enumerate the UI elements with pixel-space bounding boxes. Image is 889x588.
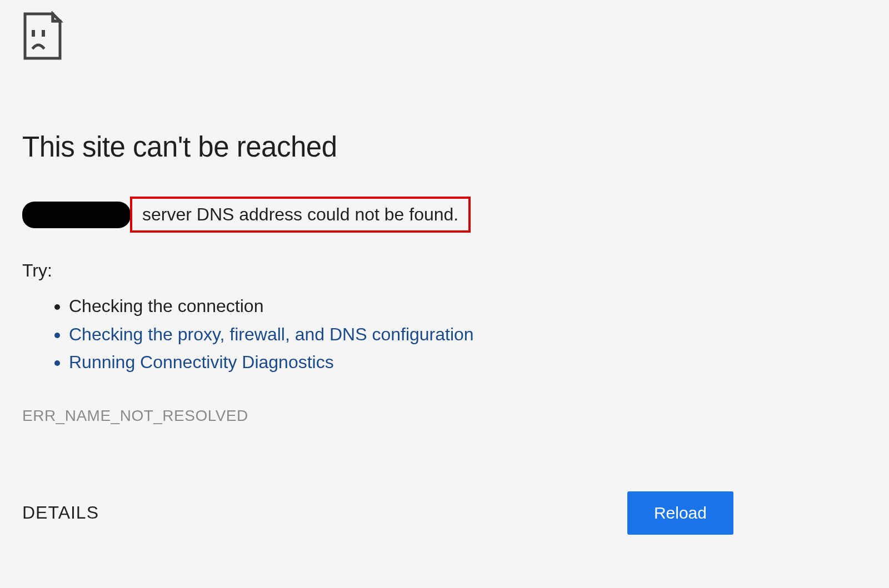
details-button[interactable]: DETAILS [22, 502, 99, 523]
dns-error-message: server DNS address could not be found. [130, 197, 471, 233]
page-title: This site can't be reached [22, 130, 867, 163]
footer-actions: DETAILS Reload [22, 491, 733, 535]
svg-rect-1 [42, 30, 45, 37]
try-label: Try: [22, 260, 867, 281]
svg-rect-0 [32, 30, 35, 37]
redacted-hostname [22, 202, 131, 228]
suggestions-list: Checking the connection Checking the pro… [22, 292, 867, 376]
sad-page-icon [22, 11, 64, 61]
suggestion-link-proxy[interactable]: Checking the proxy, firewall, and DNS co… [69, 320, 867, 349]
error-message-row: server DNS address could not be found. [22, 197, 867, 233]
error-code: ERR_NAME_NOT_RESOLVED [22, 407, 867, 425]
suggestion-item: Checking the connection [69, 292, 867, 320]
reload-button[interactable]: Reload [627, 491, 733, 535]
suggestion-link-diagnostics[interactable]: Running Connectivity Diagnostics [69, 348, 867, 376]
try-suggestions-section: Try: Checking the connection Checking th… [22, 260, 867, 376]
